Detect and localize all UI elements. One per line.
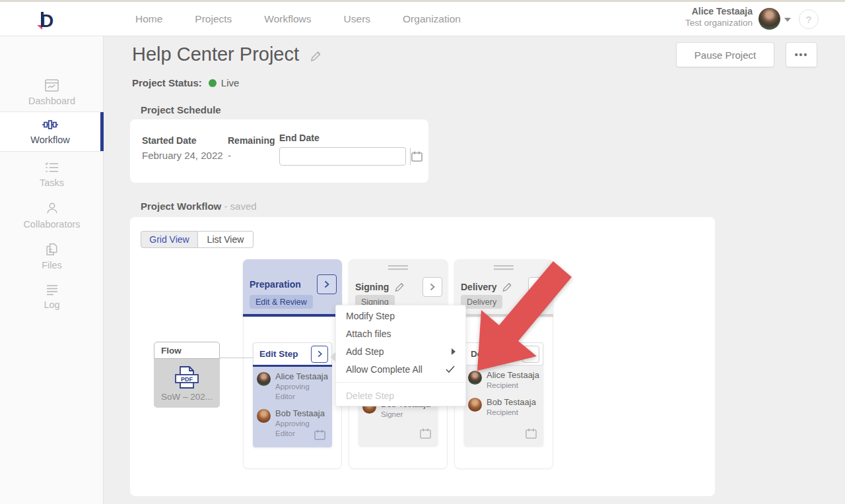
expand-step-button[interactable]	[528, 277, 548, 297]
menu-item-allow-complete-all[interactable]: Allow Complete All	[336, 360, 465, 378]
sidebar-item-label: Dashboard	[28, 96, 75, 106]
user-organization: Test organization	[685, 18, 753, 29]
menu-item-add-step[interactable]: Add Step	[336, 342, 465, 360]
flow-file-name: SoW – 202...	[161, 392, 213, 402]
participant-name: Bob Testaaja	[487, 397, 536, 408]
nav-projects[interactable]: Projects	[195, 13, 232, 25]
status-live-dot	[209, 79, 217, 87]
submenu-arrow-icon	[452, 348, 456, 355]
sidebar: Dashboard Workflow Tasks Collaborator	[0, 36, 104, 504]
top-navigation-bar: D Home Projects Workflows Users Organiza…	[0, 0, 845, 36]
avatar	[257, 409, 271, 423]
column-title: Signing	[355, 282, 389, 292]
step-tag-badge: Edit & Review	[250, 295, 313, 309]
menu-item-attach-files[interactable]: Attach files	[336, 325, 465, 342]
sidebar-divider	[0, 151, 104, 152]
nav-workflows[interactable]: Workflows	[264, 13, 311, 25]
participant-name: Alice Testaaja	[275, 371, 328, 382]
drag-handle-icon[interactable]	[388, 265, 408, 270]
step-menu-button[interactable]	[311, 346, 328, 363]
chevron-down-icon[interactable]	[784, 18, 791, 22]
schedule-section-title: Project Schedule	[141, 104, 221, 115]
avatar	[468, 398, 482, 412]
user-name: Alice Testaaja	[685, 6, 753, 18]
started-date-label: Started Date	[142, 135, 196, 146]
participant-name: Alice Testaaja	[487, 370, 539, 381]
workflow-section-title-text: Project Workflow	[141, 201, 221, 212]
flow-attachment-card[interactable]: Flow PDF SoW – 202...	[154, 342, 220, 408]
avatar	[257, 372, 271, 386]
end-date-label: End Date	[279, 133, 320, 143]
step-participants: Alice Testaaja Approving Editor Bob Test…	[253, 367, 332, 447]
participant-role: Recipient	[487, 381, 539, 391]
menu-item-label: Modify Step	[346, 311, 395, 321]
menu-caret-icon	[330, 352, 335, 362]
step-card-deliver[interactable]: Deliver Step Alice Testaaja Recipient Bo…	[464, 342, 543, 446]
schedule-card: Started Date February 24, 2022 Remaining…	[130, 119, 428, 183]
sidebar-item-log[interactable]: Log	[0, 279, 104, 315]
step-header-delivery[interactable]: Delivery Delivery	[454, 259, 553, 317]
status-label: Project Status:	[132, 77, 202, 88]
sidebar-item-collaborators[interactable]: Collaborators	[0, 197, 104, 233]
project-status-row: Project Status: Live	[132, 77, 239, 88]
user-menu[interactable]: Alice Testaaja Test organization	[685, 6, 753, 28]
app-logo-icon[interactable]: D	[34, 8, 61, 32]
sidebar-item-files[interactable]: Files	[0, 238, 104, 274]
main-nav: Home Projects Workflows Users Organizati…	[135, 2, 461, 36]
sidebar-item-tasks[interactable]: Tasks	[0, 156, 104, 192]
participant-name: Bob Testaaja	[275, 408, 328, 419]
end-date-input[interactable]	[280, 148, 410, 165]
help-button[interactable]: ?	[799, 9, 819, 29]
sidebar-item-label: Collaborators	[23, 219, 80, 230]
step-header-preparation[interactable]: Preparation Edit & Review	[243, 259, 342, 317]
user-avatar[interactable]	[759, 8, 780, 30]
edit-step-pencil-icon[interactable]	[501, 282, 512, 293]
sidebar-item-label: Tasks	[40, 177, 64, 188]
calendar-picker-button[interactable]	[410, 148, 423, 165]
menu-item-label: Allow Complete All	[346, 364, 422, 375]
participant-row: Alice Testaaja Approving Editor	[257, 371, 328, 402]
files-icon	[45, 242, 59, 257]
page-title: Help Center Project	[132, 44, 299, 65]
avatar	[468, 371, 482, 385]
step-calendar-icon[interactable]	[419, 427, 432, 442]
pause-project-button[interactable]: Pause Project	[676, 42, 774, 67]
more-options-button[interactable]: •••	[786, 42, 817, 67]
sidebar-item-workflow[interactable]: Workflow	[0, 112, 104, 151]
menu-divider	[336, 382, 465, 383]
workflow-icon	[42, 118, 58, 131]
flow-card-title: Flow	[154, 342, 220, 359]
participant-role: Signer	[381, 410, 430, 420]
column-title: Preparation	[250, 279, 301, 290]
participant-row: Bob Testaaja Recipient	[468, 397, 539, 418]
list-view-tab[interactable]: List View	[198, 231, 254, 248]
menu-item-modify-step[interactable]: Modify Step	[336, 307, 465, 325]
remaining-label: Remaining	[228, 135, 275, 146]
step-calendar-icon[interactable]	[314, 429, 326, 443]
status-value: Live	[221, 77, 240, 88]
sidebar-item-dashboard[interactable]: Dashboard	[0, 75, 104, 110]
pdf-file-icon: PDF	[173, 365, 201, 389]
step-menu-button[interactable]	[522, 346, 539, 363]
menu-item-delete-step[interactable]: Delete Step	[336, 387, 465, 404]
participant-role: Recipient	[487, 408, 536, 418]
sidebar-item-label: Workflow	[30, 135, 69, 145]
menu-item-label: Add Step	[346, 346, 384, 357]
participant-row: Alice Testaaja Recipient	[468, 370, 539, 391]
expand-step-button[interactable]	[422, 277, 442, 297]
dashboard-icon	[44, 79, 59, 92]
edit-title-pencil-icon[interactable]	[309, 50, 321, 65]
grid-view-tab[interactable]: Grid View	[141, 231, 198, 248]
column-title: Delivery	[461, 282, 496, 292]
drag-handle-icon[interactable]	[494, 265, 514, 270]
edit-step-pencil-icon[interactable]	[393, 282, 405, 293]
nav-organization[interactable]: Organization	[403, 13, 461, 25]
remaining-value: -	[228, 150, 231, 161]
step-card-edit[interactable]: Edit Step Alice Testaaja Approving Edito…	[253, 342, 332, 447]
nav-home[interactable]: Home	[135, 13, 162, 25]
step-calendar-icon[interactable]	[525, 427, 537, 442]
step-card-title: Edit Step	[259, 349, 298, 359]
expand-step-button[interactable]	[317, 274, 337, 294]
nav-users[interactable]: Users	[344, 13, 370, 25]
menu-item-label: Delete Step	[346, 391, 394, 401]
